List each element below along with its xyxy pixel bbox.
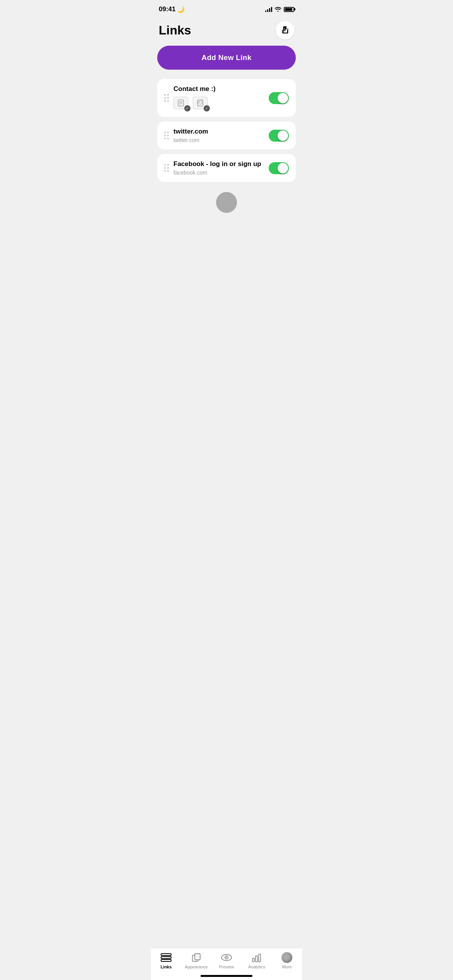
drag-dot: [167, 132, 169, 133]
drag-handle[interactable]: [164, 94, 169, 102]
thumbnail-text: ✓: [173, 97, 190, 111]
svg-point-9: [199, 102, 200, 103]
link-title: twitter.com: [173, 128, 264, 135]
link-thumbnails: ✓ ✓: [173, 97, 264, 111]
drag-handle[interactable]: [164, 164, 169, 172]
status-left: 09:41 🌙: [159, 5, 185, 13]
link-url: facebook.com: [173, 170, 264, 176]
drag-dot: [167, 164, 169, 166]
drag-dot: [164, 164, 166, 166]
toggle-knob: [278, 163, 288, 173]
wifi-icon: [275, 6, 281, 13]
drag-dot: [167, 94, 169, 96]
link-title: Contact me :): [173, 85, 264, 93]
link-content: Facebook - log in or sign up facebook.co…: [173, 160, 264, 176]
signal-icon: [265, 7, 272, 12]
toggle-contact[interactable]: [269, 92, 289, 104]
link-content: Contact me :) ✓: [173, 85, 264, 111]
link-url: twitter.com: [173, 137, 264, 143]
drag-dot: [164, 132, 166, 133]
share-icon: [281, 26, 289, 34]
links-list: Contact me :) ✓: [151, 79, 302, 182]
thumbnail-image: ✓: [193, 97, 210, 111]
drag-dot: [164, 97, 166, 99]
status-time: 09:41: [159, 5, 175, 13]
toggle-twitter[interactable]: [269, 130, 289, 142]
toggle-facebook[interactable]: [269, 162, 289, 174]
drag-dot: [164, 167, 166, 169]
battery-icon: [284, 7, 294, 12]
drag-indicator: [216, 192, 237, 213]
drag-dot: [164, 135, 166, 136]
status-right: [265, 6, 294, 13]
moon-icon: 🌙: [177, 6, 185, 13]
drag-dot: [167, 100, 169, 102]
link-title: Facebook - log in or sign up: [173, 160, 264, 168]
drag-dot: [164, 94, 166, 96]
link-card-twitter: twitter.com twitter.com: [157, 122, 296, 149]
link-card-contact: Contact me :) ✓: [157, 79, 296, 117]
drag-dot: [167, 97, 169, 99]
share-button[interactable]: [276, 21, 294, 39]
status-bar: 09:41 🌙: [151, 0, 302, 16]
drag-dot: [167, 170, 169, 172]
drag-handle[interactable]: [164, 132, 169, 139]
toggle-knob: [278, 93, 288, 103]
drag-dot: [164, 170, 166, 172]
page-title: Links: [159, 23, 191, 38]
check-badge: ✓: [184, 105, 190, 111]
link-content: twitter.com twitter.com: [173, 128, 264, 143]
header: Links: [151, 16, 302, 46]
drag-dot: [164, 138, 166, 139]
toggle-knob: [278, 130, 288, 141]
drag-dot: [164, 100, 166, 102]
check-badge: ✓: [204, 105, 210, 111]
add-new-link-button[interactable]: Add New Link: [157, 46, 296, 70]
drag-dot: [167, 138, 169, 139]
link-card-facebook: Facebook - log in or sign up facebook.co…: [157, 154, 296, 182]
drag-dot: [167, 135, 169, 136]
drag-dot: [167, 167, 169, 169]
